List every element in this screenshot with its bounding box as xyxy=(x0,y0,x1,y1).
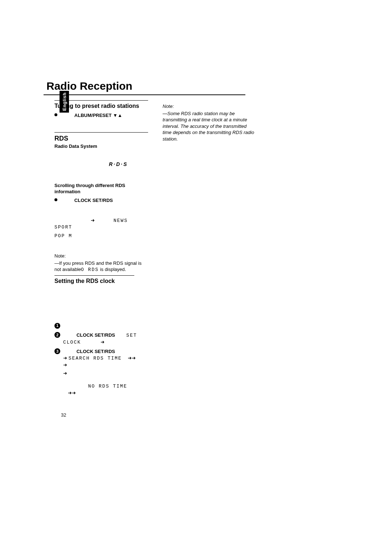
title-rule xyxy=(44,94,245,95)
step-1: 1 Tune to an RDS radio station. xyxy=(54,323,148,329)
note-body: —Some RDS radio station may be transmitt… xyxy=(163,110,256,142)
hidden-text: RDS (Radio Data System) is a service tha… xyxy=(54,152,148,158)
popm-line: POP M ... xyxy=(54,233,148,239)
sport-label: SPORT xyxy=(54,224,72,230)
hidden-arrow-line: x xyxy=(54,310,148,316)
news-label: NEWS xyxy=(114,218,128,223)
scrolling-heading: Scrolling through different RDS informat… xyxy=(54,182,148,195)
set-label: SET xyxy=(126,333,137,338)
no-rds-inline: O RDS xyxy=(81,267,99,272)
clock-set-rds-label: CLOCK SET/RDS xyxy=(77,349,115,354)
note-text: —If you press RDS and the RDS signal is … xyxy=(54,260,148,273)
hidden-text: When RDS time is read, the current xyxy=(67,362,143,368)
section-rule xyxy=(54,132,148,133)
clock-set-rds-step: Press CLOCK SET/RDS xyxy=(54,197,148,204)
setting-rds-clock-heading: Setting the RDS clock xyxy=(54,277,148,285)
content-columns: Tuning to preset radio stations Press AL… xyxy=(44,100,348,399)
step-3: 3 Press CLOCK SET/RDS again. ➜ SEARCH RD… xyxy=(54,348,148,396)
search-rds-time-label: SEARCH RDS TIME xyxy=(69,356,122,361)
hidden-arrow-line: x xyxy=(54,169,148,176)
clock-label: CLOCK xyxy=(63,340,81,345)
clock-set-rds-label: CLOCK SET/RDS xyxy=(74,198,113,203)
rds-heading: RDS xyxy=(54,134,148,143)
hidden-text: real time clock at an interval. xyxy=(54,300,148,307)
popm-label: POP M xyxy=(54,233,72,239)
clock-set-rds-label: CLOCK SET/RDS xyxy=(77,332,115,338)
language-tab: English xyxy=(60,91,69,113)
no-rds-time-label: NO RDS TIME xyxy=(88,384,127,389)
step-2: 2 Press CLOCK SET/RDS until SET CLOCK ap… xyxy=(54,332,148,345)
page-title: Radio Reception xyxy=(44,80,348,92)
right-column: Note: —Some RDS radio station may be tra… xyxy=(163,100,256,399)
triangle-icons: ▼▲ xyxy=(113,113,122,118)
note-label: Note: xyxy=(163,103,256,110)
note-part2: is displayed. xyxy=(99,267,126,272)
step-number-icon: 1 xyxy=(54,323,60,329)
programme-type-line: Programme type ➜ such as NEWS , SPORT , xyxy=(54,217,148,231)
hidden-arrow-line: x xyxy=(54,206,148,212)
hidden-text: Press xyxy=(61,198,74,203)
album-preset-label: ALBUM/PRESET xyxy=(74,113,112,118)
note-label: Note: xyxy=(54,253,148,259)
section-rule xyxy=(54,275,134,276)
hidden-text: Some RDS radio stations may be transmitt… xyxy=(54,287,148,300)
hidden-text: Tune to an RDS radio station. xyxy=(63,323,125,329)
hidden-arrow-line: x xyxy=(54,121,148,127)
left-column: Tuning to preset radio stations Press AL… xyxy=(54,100,148,399)
step-number-icon: 2 xyxy=(54,332,60,338)
album-preset-step: Press ALBUM/PRESET ▼▲ xyxy=(54,112,148,119)
rds-logo-icon: R·D·S xyxy=(109,161,148,168)
hidden-text: Press xyxy=(61,113,74,118)
rds-subheading: Radio Data System xyxy=(54,143,148,150)
hidden-text: If the RDS station does not transmit RDS xyxy=(63,370,143,382)
page-number: 32 xyxy=(61,412,66,418)
arrow-icon: ➜ xyxy=(63,355,67,361)
step-number-icon: 3 xyxy=(54,348,60,354)
